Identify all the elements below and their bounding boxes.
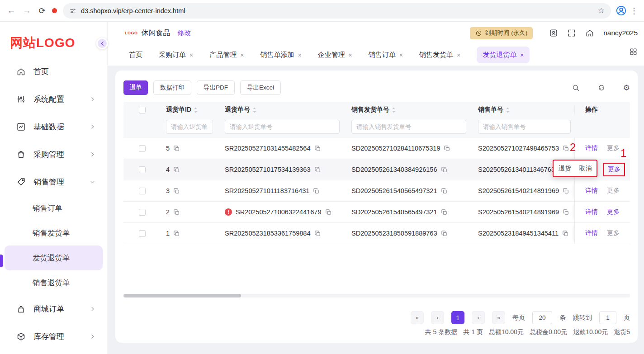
tab-sales-orders[interactable]: 销售订单× bbox=[369, 51, 403, 59]
copy-icon[interactable] bbox=[441, 209, 448, 216]
sidebar-item-home[interactable]: 首页 bbox=[0, 58, 107, 85]
filter-return-no-input[interactable] bbox=[225, 120, 340, 134]
tab-shipment-returns[interactable]: 发货退货单× bbox=[477, 47, 530, 63]
search-icon[interactable] bbox=[572, 84, 580, 92]
detail-link[interactable]: 详情 bbox=[585, 187, 598, 195]
sidebar-subitem-sales-returns[interactable]: 销售退货单 bbox=[5, 270, 103, 295]
copy-icon[interactable] bbox=[563, 188, 569, 194]
tab-grid-icon[interactable] bbox=[629, 47, 638, 56]
browser-back-button[interactable]: ← bbox=[5, 4, 18, 18]
browser-refresh-button[interactable]: ⟳ bbox=[35, 4, 49, 18]
copy-icon[interactable] bbox=[325, 209, 332, 216]
next-page-button[interactable]: › bbox=[472, 311, 485, 324]
row-checkbox[interactable] bbox=[139, 188, 146, 194]
tab-sales-shipments[interactable]: 销售发货单× bbox=[419, 51, 460, 59]
copy-icon[interactable] bbox=[173, 209, 180, 216]
sort-icon[interactable] bbox=[252, 107, 256, 113]
more-link-annotated[interactable]: 更多 bbox=[603, 163, 625, 176]
filter-return-id-input[interactable] bbox=[166, 120, 213, 134]
fullscreen-icon[interactable] bbox=[567, 28, 576, 38]
sidebar-item-mall-orders[interactable]: 商城订单 bbox=[0, 295, 107, 323]
tab-enterprise-mgmt[interactable]: 企业管理× bbox=[318, 51, 352, 59]
more-link[interactable]: 更多 bbox=[607, 187, 620, 195]
copy-icon[interactable] bbox=[314, 230, 321, 237]
browser-menu-icon[interactable]: ⋮ bbox=[629, 6, 639, 16]
tab-home[interactable]: 首页 bbox=[129, 51, 142, 59]
close-icon[interactable]: × bbox=[189, 52, 193, 59]
detail-link[interactable]: 详情 bbox=[585, 229, 598, 237]
per-page-select[interactable] bbox=[532, 311, 552, 324]
copy-icon[interactable] bbox=[173, 230, 180, 237]
row-checkbox[interactable] bbox=[139, 145, 146, 152]
copy-icon[interactable] bbox=[441, 166, 448, 173]
sidebar-subitem-shipment-returns[interactable]: 发货退货单 bbox=[5, 245, 103, 270]
copy-icon[interactable] bbox=[441, 230, 448, 237]
row-checkbox[interactable] bbox=[139, 166, 146, 173]
tab-purchase-orders[interactable]: 采购订单× bbox=[159, 51, 193, 59]
contact-card-icon[interactable] bbox=[549, 28, 558, 38]
settings-gear-icon[interactable]: ⚙ bbox=[623, 84, 630, 92]
sidebar-item-purchase-mgmt[interactable]: 采购管理 bbox=[0, 141, 107, 168]
bookmark-star-icon[interactable]: ☆ bbox=[598, 6, 605, 15]
horizontal-scrollbar[interactable] bbox=[123, 294, 630, 297]
copy-icon[interactable] bbox=[444, 145, 450, 152]
scrollbar-thumb[interactable] bbox=[123, 294, 241, 297]
copy-icon[interactable] bbox=[314, 145, 321, 152]
modify-link[interactable]: 修改 bbox=[178, 29, 191, 38]
sort-icon[interactable] bbox=[392, 107, 396, 113]
filter-sale-no-input[interactable] bbox=[478, 120, 571, 134]
copy-icon[interactable] bbox=[562, 230, 569, 237]
col-sale-no[interactable]: 销售单号 bbox=[478, 106, 510, 114]
copy-icon[interactable] bbox=[313, 188, 320, 194]
row-checkbox[interactable] bbox=[139, 230, 146, 237]
sort-icon[interactable] bbox=[506, 107, 510, 113]
filter-ship-no-input[interactable] bbox=[351, 120, 466, 134]
sidebar-item-basic-data[interactable]: 基础数据 bbox=[0, 113, 107, 141]
tab-product-mgmt[interactable]: 产品管理× bbox=[209, 51, 244, 59]
username[interactable]: nancy2025 bbox=[603, 29, 638, 37]
jump-page-input[interactable] bbox=[599, 311, 616, 324]
row-checkbox[interactable] bbox=[139, 209, 146, 216]
select-all-checkbox[interactable] bbox=[139, 107, 146, 113]
prev-page-button[interactable]: ‹ bbox=[431, 311, 444, 324]
data-print-button[interactable]: 数据打印 bbox=[153, 80, 191, 95]
close-icon[interactable]: × bbox=[240, 52, 244, 59]
more-link[interactable]: 更多 bbox=[607, 229, 620, 237]
copy-icon[interactable] bbox=[173, 166, 180, 173]
sort-icon[interactable] bbox=[194, 107, 198, 113]
return-order-button[interactable]: 退单 bbox=[123, 80, 148, 95]
export-excel-button[interactable]: 导出Excel bbox=[240, 80, 281, 95]
tab-sales-order-add[interactable]: 销售单添加× bbox=[260, 51, 301, 59]
sidebar-item-system-config[interactable]: 系统配置 bbox=[0, 85, 107, 113]
browser-profile-icon[interactable] bbox=[616, 5, 627, 16]
address-bar[interactable]: d3.shopxo.vip/erp-center-index.html ☆ bbox=[63, 3, 611, 19]
col-ship-no[interactable]: 销售发货单号 bbox=[351, 106, 396, 114]
copy-icon[interactable] bbox=[563, 209, 569, 216]
close-icon[interactable]: × bbox=[399, 52, 403, 59]
copy-icon[interactable] bbox=[563, 145, 569, 152]
detail-link[interactable]: 详情 bbox=[585, 144, 598, 152]
close-icon[interactable]: × bbox=[457, 52, 460, 59]
home-icon[interactable] bbox=[585, 28, 594, 38]
sidebar-subitem-sales-orders[interactable]: 销售订单 bbox=[5, 196, 103, 221]
site-settings-icon[interactable] bbox=[69, 7, 76, 14]
copy-icon[interactable] bbox=[314, 166, 321, 173]
first-page-button[interactable]: « bbox=[411, 311, 424, 324]
col-return-no[interactable]: 退货单号 bbox=[225, 106, 256, 114]
popup-return-button[interactable]: 退货 bbox=[559, 165, 571, 173]
more-link[interactable]: 更多 bbox=[607, 208, 620, 216]
url-text[interactable]: d3.shopxo.vip/erp-center-index.html bbox=[81, 7, 185, 14]
warning-icon[interactable]: ! bbox=[225, 208, 232, 216]
col-return-id[interactable]: 退货单ID bbox=[166, 106, 198, 114]
copy-icon[interactable] bbox=[441, 188, 448, 194]
browser-forward-button[interactable]: → bbox=[20, 4, 33, 18]
sidebar-subitem-sales-shipments[interactable]: 销售发货单 bbox=[5, 221, 103, 245]
copy-icon[interactable] bbox=[173, 188, 180, 194]
detail-link[interactable]: 详情 bbox=[585, 208, 598, 216]
close-icon[interactable]: × bbox=[349, 52, 352, 59]
page-button-current[interactable]: 1 bbox=[451, 311, 464, 324]
sidebar-item-sales-mgmt[interactable]: 销售管理 bbox=[0, 168, 107, 196]
sidebar-collapse-button[interactable] bbox=[96, 38, 108, 49]
sidebar-item-inventory-mgmt[interactable]: 库存管理 bbox=[0, 323, 107, 350]
more-link[interactable]: 更多 bbox=[607, 144, 620, 152]
